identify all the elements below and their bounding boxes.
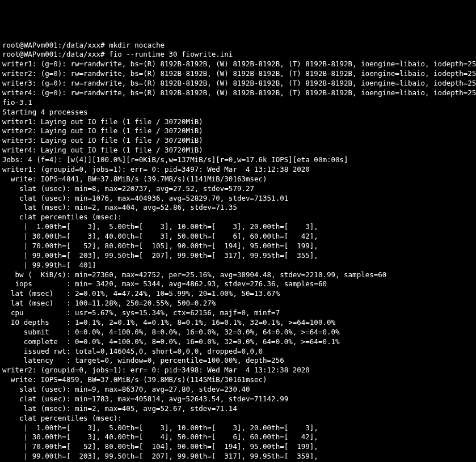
- terminal-line: iops : min= 3420, max= 5344, avg=4862.93…: [2, 279, 474, 289]
- terminal-line: writer1: Laying out IO file (1 file / 30…: [2, 117, 474, 127]
- terminal-line: slat (usec): min=9, max=86370, avg=27.80…: [2, 385, 474, 395]
- terminal-line: writer4: (g=0): rw=randwrite, bs=(R) 819…: [2, 88, 474, 98]
- terminal-line: writer2: (g=0): rw=randwrite, bs=(R) 819…: [2, 69, 474, 79]
- terminal-line: | 30.00th=[ 3], 40.00th=[ 4], 50.00th=[ …: [2, 433, 474, 442]
- terminal-line: | 99.00th=[ 203], 99.50th=[ 207], 99.90t…: [2, 452, 474, 461]
- terminal-line: root@WAPvm001:/data/xxx# fio --runtime 3…: [2, 50, 474, 60]
- terminal-line: | 70.00th=[ 52], 80.00th=[ 105], 90.00th…: [2, 241, 474, 251]
- terminal-line: write: IOPS=4859, BW=37.0MiB/s (39.8MB/s…: [2, 375, 474, 385]
- terminal-line: lat (msec) : 100=11.28%, 250=20.55%, 500…: [2, 299, 474, 308]
- terminal-line: root@WAPvm001:/data/xxx# mkdir nocache: [2, 41, 474, 50]
- terminal-line: | 70.00th=[ 52], 80.00th=[ 104], 90.00th…: [2, 442, 474, 452]
- terminal-line: latency : target=0, window=0, percentile…: [2, 356, 474, 366]
- terminal-line: IO depths : 1=0.1%, 2=0.1%, 4=0.1%, 8=0.…: [2, 318, 474, 328]
- terminal-line: clat (usec): min=1076, max=404936, avg=5…: [2, 194, 474, 204]
- terminal-line: | 99.99th=[ 401]: [2, 261, 474, 270]
- terminal-line: | 99.00th=[ 203], 99.50th=[ 207], 99.90t…: [2, 251, 474, 261]
- terminal-line: writer3: Laying out IO file (1 file / 30…: [2, 136, 474, 146]
- terminal-line: clat percentiles (msec):: [2, 414, 474, 423]
- terminal-line: | 30.00th=[ 3], 40.00th=[ 3], 50.00th=[ …: [2, 232, 474, 241]
- terminal-line: Starting 4 processes: [2, 108, 474, 117]
- terminal-line: writer3: (g=0): rw=randwrite, bs=(R) 819…: [2, 79, 474, 88]
- terminal-line: clat percentiles (msec):: [2, 213, 474, 222]
- terminal-line: lat (msec): min=2, max=405, avg=52.67, s…: [2, 404, 474, 414]
- terminal-line: complete : 0=0.0%, 4=100.0%, 8=0.0%, 16=…: [2, 337, 474, 347]
- terminal-line: clat (usec): min=1783, max=405814, avg=5…: [2, 395, 474, 404]
- terminal-line: issued rwt: total=0,146045,0, short=0,0,…: [2, 347, 474, 357]
- terminal-line: writer2: (groupid=0, jobs=1): err= 0: pi…: [2, 366, 474, 375]
- terminal-line: cpu : usr=5.67%, sys=15.34%, ctx=62156, …: [2, 308, 474, 318]
- terminal-output: root@WAPvm001:/data/xxx# mkdir nocachero…: [2, 41, 474, 463]
- terminal-line: writer1: (groupid=0, jobs=1): err= 0: pi…: [2, 165, 474, 175]
- terminal-line: | 1.00th=[ 3], 5.00th=[ 3], 10.00th=[ 3]…: [2, 222, 474, 232]
- terminal-line: slat (usec): min=8, max=220737, avg=27.5…: [2, 184, 474, 194]
- terminal-line: submit : 0=0.0%, 4=100.0%, 8=0.0%, 16=0.…: [2, 328, 474, 337]
- terminal-line: | 1.00th=[ 3], 5.00th=[ 3], 10.00th=[ 3]…: [2, 423, 474, 433]
- terminal-line: bw ( KiB/s): min=27360, max=42752, per=2…: [2, 270, 474, 280]
- terminal-line: lat (msec) : 2=0.01%, 4=47.24%, 10=5.99%…: [2, 289, 474, 299]
- terminal-line: writer4: Laying out IO file (1 file / 30…: [2, 146, 474, 155]
- terminal-line: writer1: (g=0): rw=randwrite, bs=(R) 819…: [2, 60, 474, 69]
- terminal-line: lat (msec): min=2, max=404, avg=52.86, s…: [2, 203, 474, 213]
- terminal-line: Jobs: 4 (f=4): [w(4)][100.0%][r=0KiB/s,w…: [2, 155, 474, 165]
- terminal-line: write: IOPS=4841, BW=37.8MiB/s (39.7MB/s…: [2, 175, 474, 184]
- terminal-line: writer2: Laying out IO file (1 file / 30…: [2, 126, 474, 136]
- terminal-line: fio-3.1: [2, 98, 474, 108]
